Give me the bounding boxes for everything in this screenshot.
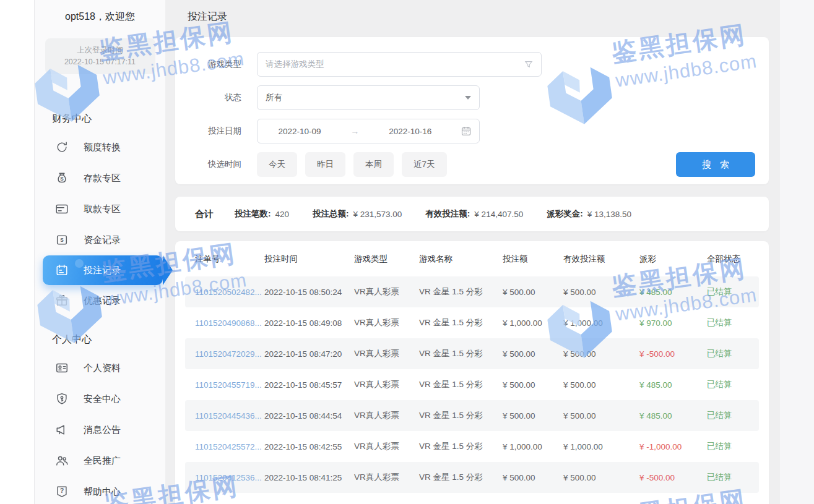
sidebar-item-deposit[interactable]: S 存款专区 — [35, 163, 165, 194]
game-type-label: 游戏类型 — [195, 59, 241, 70]
status-badge: 已结算 — [707, 472, 749, 483]
order-id-link[interactable]: 1101520455719... — [195, 380, 264, 390]
question-icon: ? — [55, 485, 69, 498]
sidebar-item-bet-record[interactable]: 投注记录 — [43, 255, 163, 285]
sidebar: opt518，欢迎您 上次登录时间 2022-10-15 07:17:11 财务… — [34, 0, 165, 504]
quick-time-button[interactable]: 昨日 — [305, 152, 345, 177]
bet-amount-cell: ¥ 500.00 — [503, 288, 563, 297]
calendar-icon — [55, 263, 69, 277]
status-value: 所有 — [266, 92, 282, 103]
game-type-cell: VR真人彩票 — [354, 286, 419, 297]
moneybag-icon: S — [55, 171, 69, 185]
order-id-link[interactable]: 1101520445436... — [195, 411, 264, 421]
valid-bet-cell: ¥ 1,000.00 — [563, 318, 639, 328]
bet-time-cell: 2022-10-15 08:42:55 — [264, 442, 354, 451]
game-type-cell: VR真人彩票 — [354, 410, 419, 421]
funds-icon: S — [55, 233, 69, 247]
game-name-cell: VR 金星 1.5 分彩 — [419, 348, 503, 359]
bet-records-table: 注单号 投注时间 游戏类型 游戏名称 投注额 有效投注额 派彩 全部状态 110… — [175, 241, 769, 504]
game-name-cell: VR 金星 1.5 分彩 — [419, 317, 503, 328]
bet-date-label: 投注日期 — [195, 126, 241, 137]
order-id-link[interactable]: 1101520412536... — [195, 473, 264, 482]
bet-amount-cell: ¥ 500.00 — [503, 411, 563, 421]
payout-cell: ¥ 485.00 — [639, 288, 707, 297]
sidebar-item-profile[interactable]: 个人资料 — [35, 352, 165, 383]
sidebar-item-promo-record[interactable]: 优惠记录 — [35, 285, 165, 316]
sidebar-item-referral[interactable]: 全民推广 — [35, 445, 165, 476]
table-row: 1101520445436... 2022-10-15 08:44:54 VR真… — [185, 400, 759, 431]
summary-stat: 投注笔数: 420 — [235, 208, 289, 220]
bet-amount-cell: ¥ 500.00 — [503, 473, 563, 482]
bet-time-cell: 2022-10-15 08:49:08 — [264, 318, 354, 328]
payout-cell: ¥ -500.00 — [639, 349, 707, 359]
filter-funnel-icon — [524, 60, 533, 69]
table-body: 1101520502482... 2022-10-15 08:50:24 VR真… — [185, 276, 759, 493]
last-login-box: 上次登录时间 2022-10-15 07:17:11 — [45, 38, 155, 74]
table-row: 1101520472029... 2022-10-15 08:47:20 VR真… — [185, 338, 759, 369]
sidebar-item-quota-transfer[interactable]: 额度转换 — [35, 132, 165, 163]
scrollbar-gutter[interactable] — [780, 0, 814, 504]
game-type-cell: VR真人彩票 — [354, 441, 419, 452]
col-order-id: 注单号 — [195, 254, 264, 265]
date-from-value[interactable]: 2022-10-09 — [266, 127, 334, 136]
game-name-cell: VR 金星 1.5 分彩 — [419, 410, 503, 421]
quick-time-button[interactable]: 今天 — [257, 152, 297, 177]
filter-panel: 游戏类型 请选择游戏类型 状态 所有 投注日期 2022-10-09 → 202… — [175, 37, 769, 184]
status-badge: 已结算 — [707, 348, 749, 359]
bet-amount-cell: ¥ 1,000.00 — [503, 442, 563, 451]
game-name-cell: VR 金星 1.5 分彩 — [419, 379, 503, 390]
table-row: 1101520455719... 2022-10-15 08:45:57 VR真… — [185, 369, 759, 400]
range-arrow-icon: → — [350, 126, 359, 136]
valid-bet-cell: ¥ 500.00 — [563, 411, 639, 421]
quick-time-button[interactable]: 本周 — [353, 152, 394, 177]
summary-bar: 合计 投注笔数: 420 投注总额: ¥ 231,573.00 有效投注额: ¥… — [175, 197, 769, 231]
table-row: 1101520490868... 2022-10-15 08:49:08 VR真… — [185, 307, 759, 338]
transfer-icon — [55, 140, 69, 154]
search-button[interactable]: 搜 索 — [676, 152, 755, 177]
date-range-picker[interactable]: 2022-10-09 → 2022-10-16 — [257, 119, 480, 143]
status-select[interactable]: 所有 — [257, 85, 480, 110]
sidebar-item-withdraw[interactable]: 取款专区 — [35, 194, 165, 224]
valid-bet-cell: ¥ 500.00 — [563, 380, 639, 390]
bet-amount-cell: ¥ 500.00 — [503, 380, 563, 390]
valid-bet-cell: ¥ 1,000.00 — [563, 442, 639, 451]
shield-icon — [55, 392, 69, 406]
table-row: 1101520502482... 2022-10-15 08:50:24 VR真… — [185, 276, 759, 307]
status-badge: 已结算 — [707, 410, 749, 421]
svg-text:S: S — [60, 237, 64, 243]
game-type-cell: VR真人彩票 — [354, 472, 419, 483]
last-login-label: 上次登录时间 — [49, 45, 152, 56]
sidebar-item-help[interactable]: ? 帮助中心 — [35, 476, 165, 504]
date-to-value[interactable]: 2022-10-16 — [376, 127, 444, 136]
sidebar-item-funds-record[interactable]: S 资金记录 — [35, 224, 165, 255]
summary-total-label: 合计 — [195, 208, 214, 220]
summary-stat: 派彩奖金: ¥ 13,138.50 — [547, 208, 631, 220]
payout-cell: ¥ -1,000.00 — [639, 442, 707, 451]
status-badge: 已结算 — [707, 317, 749, 328]
game-type-cell: VR真人彩票 — [354, 379, 419, 390]
game-type-select[interactable]: 请选择游戏类型 — [257, 52, 542, 77]
bet-amount-cell: ¥ 1,000.00 — [503, 318, 563, 328]
page-title: 投注记录 — [188, 11, 227, 23]
idcard-icon — [55, 361, 69, 375]
valid-bet-cell: ¥ 500.00 — [563, 473, 639, 482]
table-header-row: 注单号 投注时间 游戏类型 游戏名称 投注额 有效投注额 派彩 全部状态 — [185, 241, 759, 276]
last-login-time: 2022-10-15 07:17:11 — [49, 56, 152, 68]
bet-time-cell: 2022-10-15 08:47:20 — [264, 349, 354, 359]
payout-cell: ¥ 970.00 — [639, 318, 707, 328]
sidebar-item-announcements[interactable]: 消息公告 — [35, 414, 165, 445]
sidebar-item-security[interactable]: 安全中心 — [35, 383, 165, 414]
col-game-type: 游戏类型 — [354, 254, 419, 265]
payout-cell: ¥ 485.00 — [639, 380, 707, 390]
game-name-cell: VR 金星 1.5 分彩 — [419, 472, 503, 483]
order-id-link[interactable]: 1101520425572... — [195, 442, 264, 451]
order-id-link[interactable]: 1101520490868... — [195, 318, 264, 328]
status-label: 状态 — [195, 92, 241, 103]
order-id-link[interactable]: 1101520472029... — [195, 349, 264, 359]
col-status: 全部状态 — [707, 254, 749, 265]
chevron-down-icon — [465, 96, 471, 100]
order-id-link[interactable]: 1101520502482... — [195, 288, 264, 297]
quick-time-button[interactable]: 近7天 — [402, 152, 447, 177]
quick-time-group: 今天昨日本周近7天 — [257, 152, 455, 177]
welcome-text: opt518，欢迎您 — [35, 11, 165, 23]
